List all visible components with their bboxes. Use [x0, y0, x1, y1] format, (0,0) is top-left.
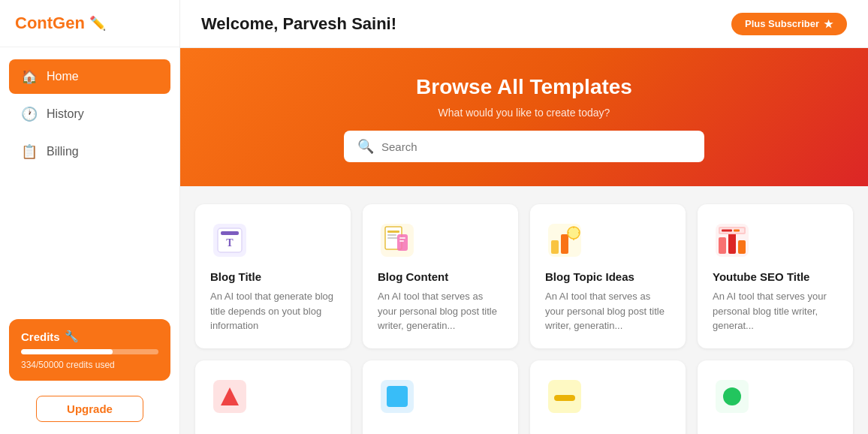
- misc2-icon: [378, 377, 417, 416]
- svg-point-15: [568, 227, 580, 239]
- history-icon: 🕐: [21, 106, 38, 122]
- blog-content-icon: [378, 221, 417, 260]
- main-content: Welcome, Parvesh Saini! Plus Subscriber …: [180, 0, 868, 434]
- hero-title: Browse All Templates: [416, 75, 632, 99]
- yt-seo-desc: An AI tool that serves your personal blo…: [713, 289, 838, 333]
- template-card-7[interactable]: [530, 360, 686, 435]
- yt-seo-icon: [713, 221, 752, 260]
- sidebar-item-history-label: History: [47, 107, 84, 121]
- template-card-8[interactable]: [698, 360, 853, 435]
- svg-rect-6: [387, 231, 399, 233]
- home-icon: 🏠: [21, 68, 38, 85]
- template-card-blog-topic[interactable]: Blog Topic Ideas An AI tool that serves …: [530, 204, 686, 348]
- upgrade-button[interactable]: Upgrade: [36, 396, 143, 422]
- template-card-blog-title[interactable]: T Blog Title An AI tool that generate bl…: [195, 204, 351, 348]
- svg-rect-26: [722, 230, 732, 232]
- svg-rect-21: [719, 237, 726, 254]
- sidebar-item-home[interactable]: 🏠 Home: [9, 59, 170, 94]
- plus-subscriber-badge: Plus Subscriber ★: [731, 13, 847, 35]
- billing-icon: 📋: [21, 143, 38, 160]
- sidebar-item-history[interactable]: 🕐 History: [9, 97, 170, 131]
- credits-bar-fill: [21, 349, 113, 354]
- svg-rect-33: [554, 395, 575, 401]
- yt-seo-title: Youtube SEO Title: [713, 270, 838, 283]
- sidebar-nav: 🏠 Home 🕐 History 📋 Billing: [0, 47, 179, 319]
- svg-rect-13: [551, 240, 559, 254]
- svg-rect-9: [397, 234, 408, 251]
- sidebar-item-home-label: Home: [47, 70, 79, 83]
- logo-text: ContGen: [15, 14, 85, 33]
- search-bar: 🔍: [344, 131, 704, 162]
- svg-rect-11: [399, 240, 404, 242]
- template-card-6[interactable]: [363, 360, 518, 435]
- svg-rect-7: [387, 234, 396, 236]
- svg-text:T: T: [226, 237, 234, 249]
- search-input[interactable]: [381, 140, 691, 153]
- blog-topic-title: Blog Topic Ideas: [545, 270, 671, 283]
- credits-title: Credits 🔧: [21, 330, 158, 343]
- welcome-message: Welcome, Parvesh Saini!: [201, 14, 396, 34]
- header: Welcome, Parvesh Saini! Plus Subscriber …: [180, 0, 868, 48]
- template-card-blog-content[interactable]: Blog Content An AI tool that serves as y…: [363, 204, 518, 348]
- blog-title-desc: An AI tool that generate blog title depe…: [210, 289, 336, 333]
- svg-rect-31: [387, 386, 408, 407]
- blog-content-title: Blog Content: [378, 270, 503, 283]
- blog-title-icon: T: [210, 221, 249, 260]
- hero-subtitle: What would you like to create today?: [439, 107, 610, 119]
- svg-rect-8: [387, 237, 398, 239]
- hero-banner: Browse All Templates What would you like…: [180, 48, 868, 186]
- misc3-icon: [545, 377, 584, 416]
- plus-badge-star-icon: ★: [824, 18, 833, 30]
- blog-topic-icon: [545, 221, 584, 260]
- misc4-icon: [713, 377, 752, 416]
- svg-rect-14: [561, 234, 568, 254]
- blog-content-desc: An AI tool that serves as your personal …: [378, 289, 503, 333]
- svg-point-35: [723, 387, 741, 405]
- templates-grid: T Blog Title An AI tool that generate bl…: [195, 204, 853, 434]
- svg-rect-23: [738, 240, 746, 254]
- svg-rect-2: [221, 231, 239, 235]
- svg-rect-27: [734, 230, 740, 232]
- logo-black: Cont: [15, 14, 53, 32]
- svg-rect-10: [399, 237, 405, 239]
- blog-topic-desc: An AI tool that serves as your personal …: [545, 289, 671, 333]
- logo-pencil-icon: ✏️: [89, 15, 106, 32]
- logo-orange: Gen: [53, 14, 85, 32]
- credits-box: Credits 🔧 334/50000 credits used: [9, 319, 170, 381]
- credits-bar-background: [21, 349, 158, 354]
- template-card-5[interactable]: [195, 360, 351, 435]
- upgrade-area: Upgrade: [0, 390, 179, 434]
- credits-label: 334/50000 credits used: [21, 360, 158, 370]
- search-icon: 🔍: [357, 138, 374, 155]
- templates-area: T Blog Title An AI tool that generate bl…: [180, 186, 868, 434]
- template-card-yt-seo[interactable]: Youtube SEO Title An AI tool that serves…: [698, 204, 853, 348]
- sidebar-item-billing-label: Billing: [47, 145, 79, 158]
- sidebar-item-billing[interactable]: 📋 Billing: [9, 134, 170, 169]
- svg-rect-22: [728, 231, 736, 254]
- sidebar: ContGen ✏️ 🏠 Home 🕐 History 📋 Billing Cr…: [0, 0, 180, 434]
- logo: ContGen ✏️: [0, 0, 179, 47]
- blog-title-title: Blog Title: [210, 270, 336, 283]
- misc1-icon: [210, 377, 249, 416]
- plus-badge-label: Plus Subscriber: [745, 18, 819, 29]
